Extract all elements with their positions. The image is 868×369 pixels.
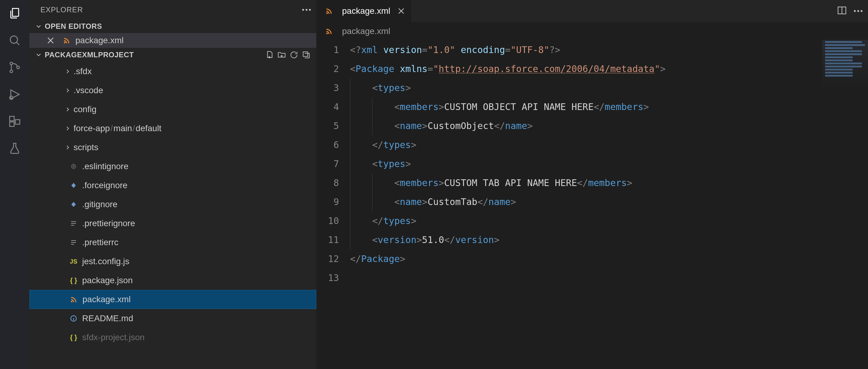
breadcrumb[interactable]: package.xml	[316, 22, 868, 40]
explorer-more-icon[interactable]	[302, 9, 311, 11]
svg-rect-7	[15, 120, 20, 124]
line-number-gutter: 12345678910111213	[316, 40, 350, 369]
svg-rect-5	[10, 117, 14, 121]
file-package.json[interactable]: { }package.json	[29, 271, 316, 290]
tab-package-xml[interactable]: package.xml	[316, 0, 411, 22]
svg-point-10	[71, 164, 76, 168]
svg-rect-9	[303, 52, 308, 56]
rss-icon	[63, 36, 71, 45]
open-editor-item[interactable]: package.xml	[29, 33, 316, 48]
file-jest.config.js[interactable]: JSjest.config.js	[29, 252, 316, 271]
new-file-icon[interactable]	[265, 50, 274, 59]
open-editor-filename: package.xml	[75, 35, 124, 45]
open-editors-header[interactable]: OPEN EDITORS	[29, 20, 316, 33]
open-editors-label: OPEN EDITORS	[45, 22, 102, 31]
project-label: PACKAGEXMLPROJECT	[45, 51, 134, 59]
svg-point-11	[73, 166, 74, 167]
activity-run-debug-icon[interactable]	[7, 87, 22, 102]
file-.eslintignore[interactable]: .eslintignore	[29, 157, 316, 176]
file-.gitignore[interactable]: .gitignore	[29, 195, 316, 214]
file-.forceignore[interactable]: .forceignore	[29, 176, 316, 195]
explorer-sidebar: EXPLORER OPEN EDITORS package.xml PACKAG…	[29, 0, 316, 369]
breadcrumb-filename: package.xml	[342, 26, 390, 36]
activity-extensions-icon[interactable]	[7, 114, 22, 129]
file-sfdx-project.json[interactable]: { }sfdx-project.json	[29, 328, 316, 347]
refresh-icon[interactable]	[289, 50, 299, 59]
folder-.sfdx[interactable]: .sfdx	[29, 62, 316, 81]
activity-bar	[0, 0, 29, 369]
svg-rect-6	[10, 122, 14, 127]
file-tree: .sfdx.vscodeconfigforce-app/main/default…	[29, 62, 316, 347]
new-folder-icon[interactable]	[277, 50, 286, 59]
minimap[interactable]	[822, 40, 868, 89]
folder-config[interactable]: config	[29, 100, 316, 119]
svg-point-14	[327, 12, 328, 14]
rss-icon	[325, 27, 334, 35]
folder-.vscode[interactable]: .vscode	[29, 81, 316, 100]
code-content[interactable]: <?xml version="1.0" encoding="UTF-8"?><P…	[350, 40, 868, 369]
file-.prettierrc[interactable]: .prettierrc	[29, 233, 316, 252]
collapse-all-icon[interactable]	[302, 50, 311, 59]
svg-point-8	[64, 42, 66, 43]
rss-icon	[325, 7, 334, 15]
folder-force-app-main-default[interactable]: force-app/main/default	[29, 119, 316, 138]
project-header[interactable]: PACKAGEXMLPROJECT	[29, 48, 316, 62]
editor-area: package.xml package.xml 1234567891011121…	[316, 0, 868, 369]
activity-explorer-icon[interactable]	[7, 6, 22, 21]
close-icon[interactable]	[46, 36, 55, 45]
activity-source-control-icon[interactable]	[7, 60, 22, 75]
split-editor-icon[interactable]	[837, 5, 847, 17]
file-README.md[interactable]: README.md	[29, 309, 316, 328]
folder-scripts[interactable]: scripts	[29, 138, 316, 157]
svg-point-16	[327, 33, 328, 34]
activity-testing-icon[interactable]	[7, 141, 22, 156]
file-package.xml[interactable]: package.xml	[29, 290, 316, 309]
svg-point-0	[10, 36, 18, 43]
svg-point-12	[71, 301, 73, 303]
activity-search-icon[interactable]	[7, 33, 22, 48]
svg-point-3	[17, 66, 19, 69]
editor-more-icon[interactable]	[854, 10, 863, 12]
close-icon[interactable]	[397, 7, 405, 15]
explorer-title: EXPLORER	[40, 5, 83, 14]
file-.prettierignore[interactable]: .prettierignore	[29, 214, 316, 233]
tab-bar: package.xml	[316, 0, 868, 22]
tab-filename: package.xml	[342, 6, 390, 16]
svg-point-1	[10, 62, 12, 65]
svg-point-2	[10, 70, 12, 73]
